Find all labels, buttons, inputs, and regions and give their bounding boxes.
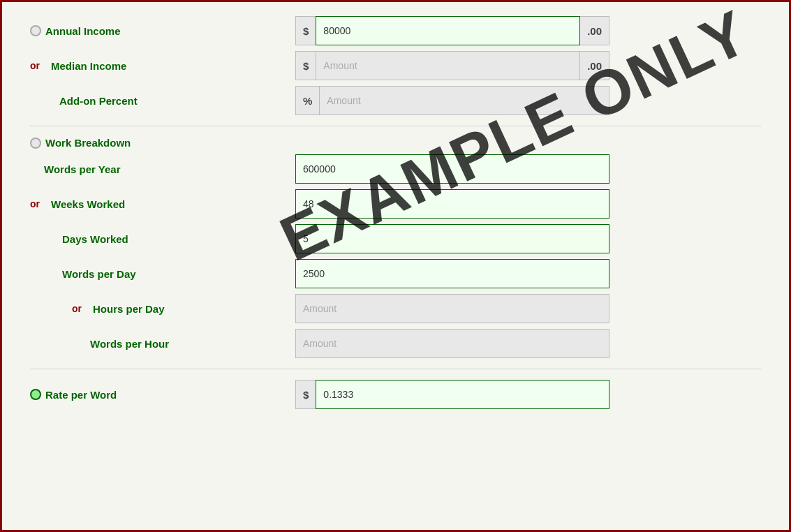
median-income-row: or Median Income $ .00 (30, 51, 761, 80)
hours-per-day-label-col: or Hours per Day (30, 303, 295, 315)
rate-per-word-prefix: $ (295, 380, 316, 409)
addon-percent-prefix: % (295, 86, 319, 115)
hours-per-day-row: or Hours per Day (30, 294, 761, 323)
addon-percent-input[interactable] (319, 86, 609, 115)
median-income-input[interactable] (316, 51, 580, 80)
words-per-year-input[interactable] (295, 154, 609, 184)
weeks-worked-row: or Weeks Worked (30, 189, 761, 219)
words-per-day-row: Words per Day (30, 259, 761, 288)
rate-per-word-input[interactable] (316, 380, 609, 409)
rate-per-word-radio[interactable] (30, 389, 41, 400)
rate-per-word-label: Rate per Word (45, 389, 117, 401)
median-income-label: Median Income (51, 60, 126, 72)
work-breakdown-label-col: Work Breakdown (30, 137, 295, 149)
annual-income-radio[interactable] (30, 25, 41, 36)
days-worked-row: Days Worked (30, 224, 761, 253)
annual-income-label-col: Annual Income (30, 25, 295, 37)
addon-percent-input-group: % (295, 86, 609, 115)
annual-income-label: Annual Income (45, 25, 121, 37)
words-per-day-label-col: Words per Day (30, 268, 295, 280)
annual-income-input[interactable] (316, 16, 580, 45)
median-income-or: or (30, 60, 40, 71)
addon-percent-label: Add-on Percent (59, 95, 138, 107)
words-per-year-label-col: Words per Year (30, 163, 295, 175)
words-per-year-row: Words per Year (30, 154, 761, 184)
days-worked-input[interactable] (295, 224, 609, 253)
days-worked-label: Days Worked (62, 233, 128, 245)
work-breakdown-radio[interactable] (30, 138, 41, 149)
divider-2 (30, 369, 761, 369)
annual-income-row: Annual Income $ .00 (30, 16, 761, 45)
median-income-prefix: $ (295, 51, 316, 80)
words-per-hour-input[interactable] (295, 329, 609, 358)
divider-1 (30, 126, 761, 126)
rate-per-word-row: Rate per Word $ (30, 380, 761, 409)
words-per-year-label: Words per Year (44, 163, 121, 175)
weeks-worked-input[interactable] (295, 189, 609, 219)
hours-per-day-label: Hours per Day (93, 303, 165, 315)
words-per-hour-label-col: Words per Hour (30, 338, 295, 350)
addon-percent-label-col: Add-on Percent (30, 95, 295, 107)
words-per-day-label: Words per Day (62, 268, 136, 280)
annual-income-prefix: $ (295, 16, 316, 45)
median-income-label-col: or Median Income (30, 60, 295, 72)
median-income-input-group: $ .00 (295, 51, 609, 80)
work-breakdown-row: Work Breakdown (30, 137, 761, 149)
weeks-worked-label: Weeks Worked (51, 198, 125, 210)
annual-income-input-group: $ .00 (295, 16, 609, 45)
addon-percent-row: Add-on Percent % (30, 86, 761, 115)
words-per-hour-row: Words per Hour (30, 329, 761, 358)
rate-per-word-input-group: $ (295, 380, 609, 409)
weeks-worked-or: or (30, 198, 40, 209)
weeks-worked-label-col: or Weeks Worked (30, 198, 295, 210)
work-breakdown-label: Work Breakdown (45, 137, 131, 149)
days-worked-label-col: Days Worked (30, 233, 295, 245)
median-income-suffix: .00 (580, 51, 609, 80)
hours-per-day-or: or (72, 303, 82, 314)
annual-income-suffix: .00 (580, 16, 609, 45)
rate-per-word-label-col: Rate per Word (30, 389, 295, 401)
words-per-hour-label: Words per Hour (90, 338, 169, 350)
words-per-day-input[interactable] (295, 259, 609, 288)
hours-per-day-input[interactable] (295, 294, 609, 323)
